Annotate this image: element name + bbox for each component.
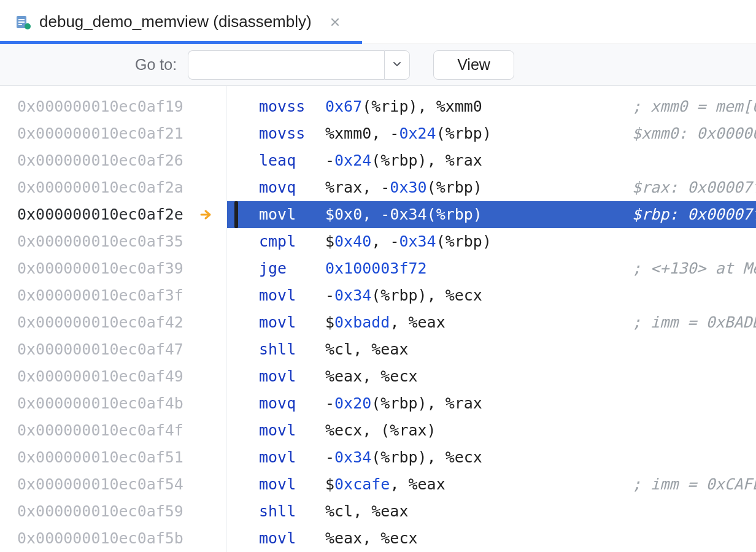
- disassembly-line[interactable]: movq-0x20(%rbp), %rax: [227, 390, 756, 417]
- operand-text: , -: [371, 232, 399, 250]
- disassembly-line[interactable]: leaq-0x24(%rbp), %rax: [227, 147, 756, 174]
- address-row[interactable]: 0x000000010ec0af51: [0, 444, 226, 471]
- address-value: 0x000000010ec0af59: [17, 498, 183, 525]
- disassembly-line[interactable]: movl%eax, %ecx: [227, 525, 756, 552]
- operands: -0x20(%rbp), %rax: [325, 390, 482, 417]
- operand-text: (%rbp): [436, 125, 492, 142]
- inline-comment: $rbp: 0x00007ff7b: [632, 201, 756, 228]
- operands: %cl, %eax: [325, 498, 408, 525]
- address-row[interactable]: 0x000000010ec0af39: [0, 255, 226, 282]
- opcode: movl: [259, 471, 325, 498]
- address-row[interactable]: 0x000000010ec0af4b: [0, 390, 226, 417]
- line-marker: [234, 471, 238, 498]
- operand-text: (%rbp), %rax: [371, 151, 482, 169]
- goto-dropdown[interactable]: [384, 50, 410, 80]
- disassembly-line[interactable]: movl$0xcafe, %eax; imm = 0xCAFE: [227, 471, 756, 498]
- disassembly-line[interactable]: movl-0x34(%rbp), %ecx: [227, 444, 756, 471]
- goto-input[interactable]: [188, 50, 384, 80]
- inline-comment: ; xmm0 = mem[0],z: [632, 93, 756, 120]
- address-row[interactable]: 0x000000010ec0af26: [0, 147, 226, 174]
- goto-label: Go to:: [135, 56, 177, 74]
- address-row[interactable]: 0x000000010ec0af35: [0, 228, 226, 255]
- disassembly-line[interactable]: jge0x100003f72; <+130> at Memor: [227, 255, 756, 282]
- address-value: 0x000000010ec0af26: [17, 147, 183, 174]
- operands: -0x34(%rbp), %ecx: [325, 444, 482, 471]
- address-row[interactable]: 0x000000010ec0af2a: [0, 174, 226, 201]
- address-value: 0x000000010ec0af4f: [17, 417, 183, 444]
- address-value: 0x000000010ec0af39: [17, 255, 183, 282]
- operands: %eax, %ecx: [325, 363, 418, 390]
- inline-comment: $rax: 0x00007ff7b: [632, 174, 756, 201]
- disassembly-line[interactable]: movl$0x0, -0x34(%rbp)$rbp: 0x00007ff7b: [227, 201, 756, 228]
- address-value: 0x000000010ec0af51: [17, 444, 183, 471]
- toolbar: Go to: View: [0, 44, 756, 86]
- hex-literal: 0xbadd: [334, 313, 390, 331]
- disassembly-line[interactable]: cmpl$0x40, -0x34(%rbp): [227, 228, 756, 255]
- disassembly-line[interactable]: shll%cl, %eax: [227, 498, 756, 525]
- opcode: jge: [259, 255, 325, 282]
- address-row[interactable]: 0x000000010ec0af3f: [0, 282, 226, 309]
- operands: -0x34(%rbp), %ecx: [325, 282, 482, 309]
- hex-literal: 0x34: [390, 205, 426, 223]
- opcode: shll: [259, 336, 325, 363]
- tab-disassembly[interactable]: debug_demo_memview (disassembly): [0, 0, 362, 44]
- address-row[interactable]: 0x000000010ec0af54: [0, 471, 226, 498]
- operand-text: %cl, %eax: [325, 340, 408, 358]
- operand-text: $: [325, 313, 334, 331]
- line-marker: [234, 120, 238, 147]
- address-row[interactable]: 0x000000010ec0af5b: [0, 525, 226, 552]
- address-value: 0x000000010ec0af4b: [17, 390, 183, 417]
- disassembly-line[interactable]: movl-0x34(%rbp), %ecx: [227, 282, 756, 309]
- inline-comment: ; <+130> at Memor: [632, 255, 756, 282]
- opcode: movl: [259, 363, 325, 390]
- hex-literal: 0x34: [334, 448, 371, 466]
- inline-comment: $xmm0: 0x00000000: [632, 120, 756, 147]
- view-button[interactable]: View: [433, 50, 514, 80]
- disassembly-line[interactable]: movl$0xbadd, %eax; imm = 0xBADD: [227, 309, 756, 336]
- operand-text: $: [325, 205, 334, 223]
- disassembly-line[interactable]: movl%ecx, (%rax): [227, 417, 756, 444]
- disassembly-line[interactable]: movq%rax, -0x30(%rbp)$rax: 0x00007ff7b: [227, 174, 756, 201]
- tab-title: debug_demo_memview (disassembly): [39, 12, 312, 31]
- operand-text: %cl, %eax: [325, 502, 408, 520]
- address-row[interactable]: 0x000000010ec0af21: [0, 120, 226, 147]
- operand-text: $: [325, 232, 334, 250]
- address-value: 0x000000010ec0af3f: [17, 282, 183, 309]
- address-value: 0x000000010ec0af5b: [17, 525, 183, 552]
- opcode: movss: [259, 93, 325, 120]
- address-row[interactable]: 0x000000010ec0af4f: [0, 417, 226, 444]
- line-marker: [234, 417, 238, 444]
- address-row[interactable]: 0x000000010ec0af42: [0, 309, 226, 336]
- opcode: movss: [259, 120, 325, 147]
- operand-text: (%rbp), %rax: [371, 394, 482, 412]
- opcode: movl: [259, 444, 325, 471]
- line-marker: [234, 93, 238, 120]
- disassembly-line[interactable]: movl%eax, %ecx: [227, 363, 756, 390]
- hex-literal: 0x24: [334, 151, 371, 169]
- address-row[interactable]: 0x000000010ec0af59: [0, 498, 226, 525]
- operand-text: %ecx, (%rax): [325, 421, 436, 439]
- address-row[interactable]: 0x000000010ec0af19: [0, 93, 226, 120]
- address-value: 0x000000010ec0af2e: [17, 201, 183, 228]
- disassembly-line[interactable]: movss0x67(%rip), %xmm0; xmm0 = mem[0],z: [227, 93, 756, 120]
- svg-point-4: [25, 23, 31, 29]
- hex-literal: 0x34: [334, 286, 371, 304]
- address-row[interactable]: 0x000000010ec0af49: [0, 363, 226, 390]
- address-row[interactable]: 0x000000010ec0af2e: [0, 201, 226, 228]
- chevron-down-icon: [393, 59, 401, 71]
- address-row[interactable]: 0x000000010ec0af47: [0, 336, 226, 363]
- line-marker: [234, 336, 238, 363]
- disassembly-line[interactable]: shll%cl, %eax: [227, 336, 756, 363]
- close-icon[interactable]: [324, 11, 346, 33]
- line-marker: [234, 201, 238, 228]
- operands: 0x100003f72: [325, 255, 427, 282]
- opcode: movl: [259, 282, 325, 309]
- file-disassembly-icon: [15, 13, 32, 31]
- line-marker: [234, 147, 238, 174]
- address-value: 0x000000010ec0af49: [17, 363, 183, 390]
- disassembly-line[interactable]: movss%xmm0, -0x24(%rbp)$xmm0: 0x00000000: [227, 120, 756, 147]
- address-value: 0x000000010ec0af54: [17, 471, 183, 498]
- hex-literal: 0x20: [334, 394, 371, 412]
- hex-literal: 0x40: [334, 232, 371, 250]
- opcode: movq: [259, 174, 325, 201]
